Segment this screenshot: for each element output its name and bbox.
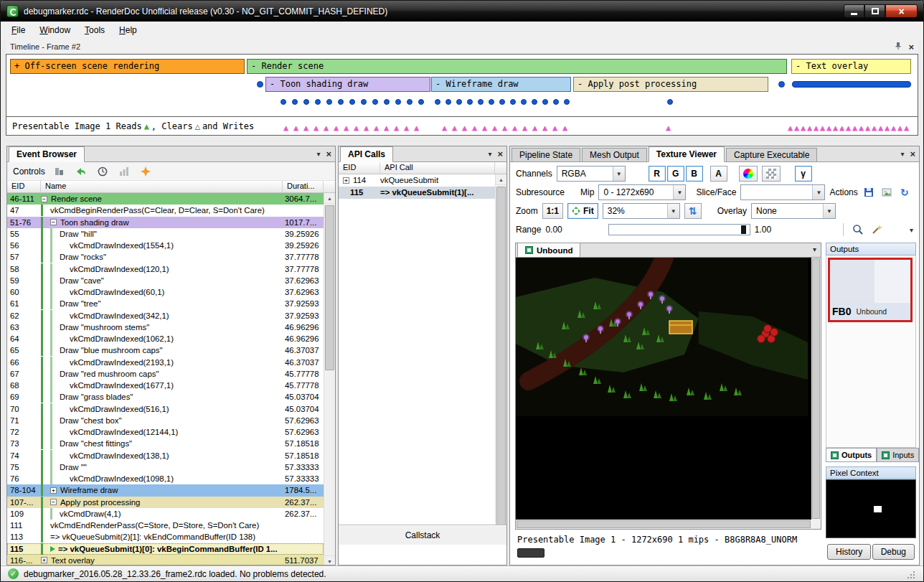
color-wheel-button[interactable] bbox=[739, 166, 758, 182]
tree-toggle-icon[interactable]: − bbox=[41, 196, 47, 202]
event-row[interactable]: 68vkCmdDrawIndexed(1677,1)45.77778 bbox=[7, 380, 324, 391]
event-row[interactable]: 75Draw ""57.33333 bbox=[7, 461, 324, 473]
event-row[interactable]: 76vkCmdDrawIndexed(1098,1)57.33333 bbox=[7, 473, 324, 484]
scrollbar-thumb[interactable] bbox=[517, 520, 811, 528]
api-calls-scrollbar[interactable]: ▲ ▼ bbox=[495, 174, 506, 545]
timeline-bar[interactable]: - Apply post processing bbox=[573, 77, 768, 92]
channels-select[interactable]: RGBA▼ bbox=[557, 166, 626, 182]
close-icon[interactable]: × bbox=[910, 149, 915, 159]
save-icon[interactable] bbox=[862, 185, 876, 200]
goto-current-icon[interactable] bbox=[74, 164, 88, 179]
close-icon[interactable]: × bbox=[497, 149, 503, 159]
tab-capture-executable[interactable]: Capture Executable bbox=[726, 148, 817, 161]
bookmark-icon[interactable] bbox=[138, 164, 153, 179]
event-row[interactable]: 58vkCmdDrawIndexed(120,1)37.77778 bbox=[7, 263, 324, 275]
timeline-bar[interactable]: - Render scene bbox=[247, 59, 787, 74]
column-eid[interactable]: EID bbox=[7, 181, 41, 192]
event-row[interactable]: 72vkCmdDrawIndexed(12144,1)57.62963 bbox=[7, 426, 324, 438]
tab-inputs[interactable]: Inputs bbox=[877, 448, 919, 462]
event-row[interactable]: 115=> vkQueueSubmit(1)[0]: vkBeginComman… bbox=[7, 543, 324, 555]
tab-api-calls[interactable]: API Calls bbox=[340, 146, 393, 162]
event-row[interactable]: 69Draw "grass blades"45.03704 bbox=[7, 391, 324, 403]
menu-help[interactable]: Help bbox=[112, 22, 144, 39]
tree-toggle-icon[interactable]: + bbox=[41, 557, 47, 563]
event-browser-column-header[interactable]: EID Name Durati... bbox=[7, 181, 335, 193]
close-button[interactable]: × bbox=[885, 4, 918, 18]
chevron-down-icon[interactable]: ▾ bbox=[900, 150, 904, 158]
open-texture-icon[interactable] bbox=[880, 185, 894, 200]
event-row[interactable]: 107-...−Apply post processing262.37... bbox=[7, 497, 324, 508]
event-row[interactable]: 47vkCmdBeginRenderPass(C=Clear, D=Clear,… bbox=[7, 205, 324, 216]
scrollbar-thumb[interactable] bbox=[325, 205, 334, 370]
event-row[interactable]: 55Draw "hill"39.25926 bbox=[7, 228, 324, 240]
output-fb0-thumbnail[interactable]: FB0 Unbound bbox=[828, 258, 913, 322]
chevron-down-icon[interactable]: ▾ bbox=[813, 245, 816, 253]
fit-button[interactable]: Fit bbox=[567, 203, 598, 219]
zoom-range-icon[interactable] bbox=[851, 222, 865, 237]
zoom-1to1-button[interactable]: 1:1 bbox=[542, 203, 563, 219]
event-row[interactable]: 109vkCmdDraw(4,1)262.37... bbox=[7, 508, 324, 520]
statistics-icon[interactable] bbox=[117, 164, 131, 179]
tab-event-browser[interactable]: Event Browser bbox=[9, 146, 85, 162]
scroll-up-icon[interactable]: ▲ bbox=[324, 193, 335, 204]
pin-icon[interactable] bbox=[895, 42, 902, 52]
tree-toggle-icon[interactable]: + bbox=[50, 487, 57, 494]
menu-window[interactable]: Window bbox=[32, 22, 77, 39]
pixel-context-view[interactable] bbox=[826, 479, 916, 538]
event-row[interactable]: 116-...+Text overlay511.7037 bbox=[7, 555, 324, 565]
minimize-button[interactable] bbox=[844, 4, 864, 18]
chevron-down-icon[interactable]: ▾ bbox=[488, 150, 491, 158]
checkerboard-button[interactable] bbox=[762, 166, 781, 182]
autofit-range-icon[interactable] bbox=[869, 222, 884, 237]
texture-horizontal-scrollbar[interactable] bbox=[516, 520, 811, 529]
tab-pipeline-state[interactable]: Pipeline State bbox=[512, 148, 580, 161]
channel-g-button[interactable]: G bbox=[667, 166, 684, 182]
event-row[interactable]: 56vkCmdDrawIndexed(1554,1)39.25926 bbox=[7, 240, 324, 251]
callstack-section[interactable]: Callstack bbox=[339, 525, 506, 545]
sliceface-select[interactable]: ▼ bbox=[740, 184, 825, 200]
scroll-up-icon[interactable]: ▲ bbox=[496, 174, 506, 185]
scrollbar-thumb[interactable] bbox=[812, 258, 820, 519]
zoom-select[interactable]: 32%▼ bbox=[603, 203, 680, 219]
close-icon[interactable]: × bbox=[326, 149, 331, 159]
event-row[interactable]: 113=> vkQueueSubmit(2)[1]: vkEndCommandB… bbox=[7, 531, 324, 543]
menu-tools[interactable]: Tools bbox=[77, 22, 112, 39]
scroll-down-icon[interactable]: ▼ bbox=[324, 555, 335, 565]
maximize-button[interactable] bbox=[864, 4, 885, 18]
texture-vertical-scrollbar[interactable] bbox=[811, 258, 821, 520]
api-call-row[interactable]: +114vkQueueSubmit bbox=[339, 174, 495, 187]
channel-a-button[interactable]: A bbox=[710, 166, 727, 182]
range-slider-handle[interactable] bbox=[741, 225, 746, 234]
channel-b-button[interactable]: B bbox=[686, 166, 703, 182]
api-calls-column-header[interactable]: EID API Call bbox=[339, 162, 506, 174]
column-api-call[interactable]: API Call bbox=[380, 162, 495, 174]
history-button[interactable]: History bbox=[827, 544, 871, 560]
api-call-row[interactable]: 115=> vkQueueSubmit(1)[... bbox=[339, 187, 495, 199]
channel-r-button[interactable]: R bbox=[649, 166, 666, 182]
event-row[interactable]: 66vkCmdDrawIndexed(2193,1)46.37037 bbox=[7, 357, 324, 368]
event-row[interactable]: 67Draw "red mushroom caps"45.77778 bbox=[7, 368, 324, 380]
column-duration[interactable]: Durati... bbox=[283, 181, 324, 192]
browse-icon[interactable] bbox=[52, 164, 67, 179]
title-bar[interactable]: debugmarker.rdc - RenderDoc Unofficial r… bbox=[1, 1, 923, 22]
overlay-select[interactable]: None▼ bbox=[751, 203, 836, 219]
refresh-icon[interactable]: ↻ bbox=[897, 185, 912, 200]
event-row[interactable]: 78-104+Wireframe draw1784.5... bbox=[7, 484, 324, 496]
tab-mesh-output[interactable]: Mesh Output bbox=[582, 148, 647, 161]
event-row[interactable]: 64vkCmdDrawIndexed(1062,1)46.96296 bbox=[7, 333, 324, 344]
debug-button[interactable]: Debug bbox=[872, 544, 915, 560]
mip-select[interactable]: 0 - 1272x690▼ bbox=[598, 184, 686, 200]
event-row[interactable]: 46-111−Render scene3064.7... bbox=[7, 193, 324, 205]
event-row[interactable]: 65Draw "blue mushroom caps"46.37037 bbox=[7, 344, 324, 356]
texture-viewport[interactable] bbox=[516, 258, 821, 529]
event-row[interactable]: 62vkCmdDrawIndexed(342,1)37.92593 bbox=[7, 310, 324, 321]
timeline-bar[interactable]: - Wireframe draw bbox=[431, 77, 571, 92]
tab-outputs[interactable]: Outputs bbox=[826, 448, 877, 462]
resize-grip[interactable] bbox=[906, 569, 916, 579]
timeline-bar[interactable]: - Text overlay bbox=[791, 59, 911, 74]
timeline-bar[interactable]: + Off-screen scene rendering bbox=[10, 59, 245, 74]
event-row[interactable]: 73Draw "chest fittings"57.18518 bbox=[7, 438, 324, 449]
event-row[interactable]: 63Draw "mushroom stems"46.96296 bbox=[7, 321, 324, 333]
column-name[interactable]: Name bbox=[41, 181, 283, 192]
flip-y-button[interactable]: ⇅ bbox=[684, 203, 702, 219]
